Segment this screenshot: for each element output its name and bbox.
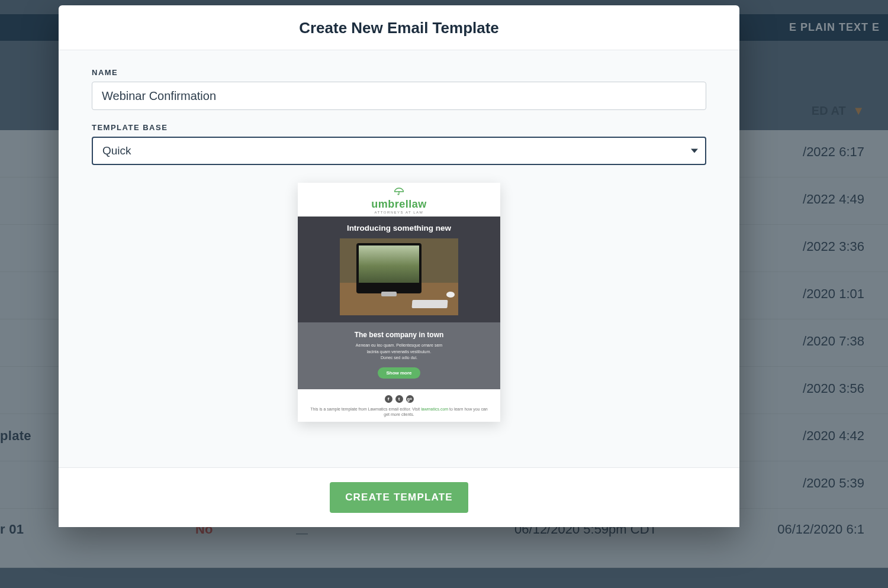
preview-sub-body: Donec sed odio dui. (311, 355, 487, 361)
preview-brand-tag: ATTORNEYS AT LAW (298, 211, 500, 214)
template-base-label: TEMPLATE BASE (92, 123, 706, 132)
preview-hero-image (340, 238, 458, 315)
preview-social-row: f t g+ (298, 395, 500, 403)
preview-hero: Introducing something new (298, 217, 500, 322)
create-template-button[interactable]: CREATE TEMPLATE (330, 482, 468, 513)
disclaimer-link: lawmatics.com (421, 407, 448, 411)
name-input[interactable] (92, 82, 706, 110)
preview-cta-button: Show more (378, 367, 420, 379)
preview-disclaimer: This is a sample template from Lawmatics… (298, 403, 500, 418)
preview-footer: f t g+ This is a sample template from La… (298, 389, 500, 422)
modal-title: Create New Email Template (59, 5, 739, 50)
preview-hero-title: Introducing something new (298, 217, 500, 238)
chevron-down-icon (691, 149, 698, 153)
preview-logo: umbrellaw ATTORNEYS AT LAW (298, 183, 500, 217)
google-plus-icon: g+ (406, 395, 414, 403)
modal-footer: CREATE TEMPLATE (59, 467, 739, 527)
create-template-modal: Create New Email Template NAME TEMPLATE … (59, 5, 739, 527)
template-base-value: Quick (102, 144, 131, 157)
modal-body: NAME TEMPLATE BASE Quick umbrellaw ATTOR… (59, 50, 739, 467)
preview-brand: umbrellaw (298, 198, 500, 211)
preview-sub-body: Aenean eu leo quam. Pellentesque ornare … (311, 343, 487, 349)
preview-sub-body: lacinia quam venenatis vestibulum. (311, 349, 487, 356)
preview-sub: The best company in town Aenean eu leo q… (298, 322, 500, 389)
umbrella-icon (394, 188, 404, 196)
template-base-select[interactable]: Quick (92, 137, 706, 165)
template-preview-card: umbrellaw ATTORNEYS AT LAW Introducing s… (298, 183, 500, 422)
preview-sub-title: The best company in town (311, 331, 487, 339)
facebook-icon: f (385, 395, 392, 403)
name-label: NAME (92, 68, 706, 77)
disclaimer-text: This is a sample template from Lawmatics… (310, 407, 421, 411)
twitter-icon: t (395, 395, 403, 403)
